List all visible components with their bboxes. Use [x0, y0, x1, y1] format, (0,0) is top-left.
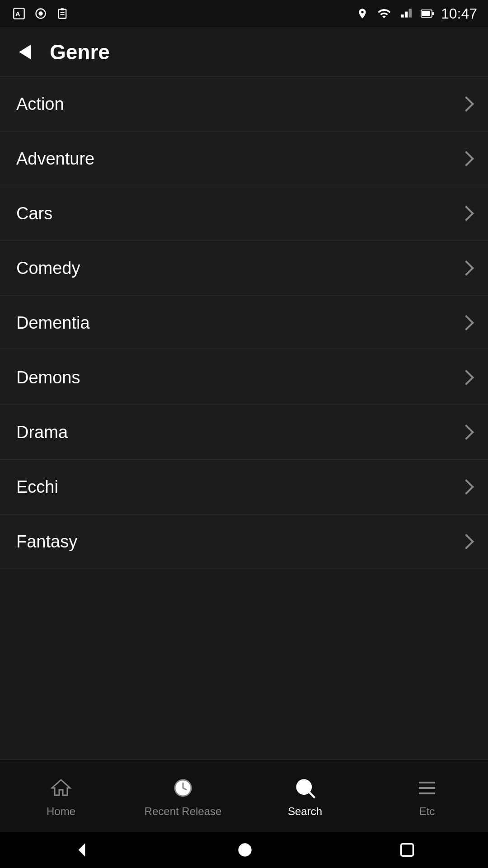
svg-text:A: A	[15, 10, 20, 18]
genre-label-fantasy: Fantasy	[16, 532, 77, 552]
svg-marker-9	[405, 12, 408, 18]
nav-label-etc: Etc	[419, 805, 435, 818]
etc-icon	[413, 774, 441, 802]
chevron-right-icon	[459, 96, 474, 112]
genre-item-ecchi[interactable]: Ecchi	[0, 460, 488, 514]
chevron-right-icon	[459, 534, 474, 549]
nav-item-home[interactable]: Home	[0, 774, 122, 818]
record-icon	[33, 5, 49, 22]
genre-label-comedy: Comedy	[16, 259, 80, 278]
chevron-right-icon	[459, 260, 474, 276]
battery-icon	[419, 5, 436, 22]
notification-a-icon: A	[11, 5, 27, 22]
chevron-right-icon	[459, 315, 474, 330]
svg-point-15	[297, 780, 311, 793]
svg-marker-10	[408, 9, 412, 17]
genre-item-fantasy[interactable]: Fantasy	[0, 514, 488, 569]
system-nav-bar	[0, 832, 488, 868]
chevron-right-icon	[459, 206, 474, 221]
status-bar: A	[0, 0, 488, 27]
genre-item-adventure[interactable]: Adventure	[0, 132, 488, 186]
chevron-right-icon	[459, 479, 474, 495]
wifi-icon	[376, 5, 392, 22]
home-system-button[interactable]	[235, 840, 255, 860]
svg-rect-22	[401, 844, 413, 856]
genre-label-cars: Cars	[16, 204, 52, 223]
bottom-nav: Home Recent Release Search Etc	[0, 760, 488, 832]
chevron-right-icon	[459, 370, 474, 385]
genre-item-comedy[interactable]: Comedy	[0, 241, 488, 296]
nav-item-recent[interactable]: Recent Release	[122, 774, 244, 818]
genre-label-adventure: Adventure	[16, 149, 94, 169]
nav-label-recent: Recent Release	[145, 805, 222, 818]
status-bar-left: A	[11, 5, 70, 22]
svg-marker-8	[401, 14, 404, 17]
back-system-button[interactable]	[72, 840, 92, 860]
genre-item-drama[interactable]: Drama	[0, 405, 488, 460]
genre-label-demons: Demons	[16, 368, 80, 387]
genre-item-cars[interactable]: Cars	[0, 186, 488, 241]
genre-label-dementia: Dementia	[16, 313, 90, 333]
page-title: Genre	[50, 40, 110, 64]
svg-line-16	[310, 792, 315, 797]
nav-label-search: Search	[288, 805, 322, 818]
nav-item-etc[interactable]: Etc	[366, 774, 488, 818]
signal-icon	[398, 5, 414, 22]
svg-rect-12	[432, 12, 434, 15]
chevron-right-icon	[459, 151, 474, 166]
svg-rect-4	[59, 9, 66, 19]
svg-rect-5	[61, 8, 64, 10]
clipboard-icon	[54, 5, 70, 22]
genre-list: ActionAdventureCarsComedyDementiaDemonsD…	[0, 77, 488, 760]
back-arrow-icon	[19, 45, 31, 59]
nav-item-search[interactable]: Search	[244, 774, 366, 818]
genre-label-ecchi: Ecchi	[16, 477, 58, 497]
home-icon	[47, 774, 75, 802]
genre-item-demons[interactable]: Demons	[0, 350, 488, 405]
genre-item-action[interactable]: Action	[0, 77, 488, 132]
location-icon	[354, 5, 371, 22]
recents-system-button[interactable]	[398, 841, 416, 859]
header: Genre	[0, 27, 488, 77]
search-icon	[291, 774, 319, 802]
status-bar-right: 10:47	[354, 5, 477, 22]
status-time: 10:47	[441, 5, 477, 22]
svg-marker-20	[78, 843, 85, 856]
recent-release-icon	[169, 774, 197, 802]
svg-point-21	[238, 843, 251, 856]
back-button[interactable]	[14, 41, 36, 63]
svg-rect-13	[422, 11, 430, 16]
chevron-right-icon	[459, 425, 474, 440]
genre-label-drama: Drama	[16, 423, 68, 442]
genre-label-action: Action	[16, 94, 64, 114]
nav-label-home: Home	[47, 805, 75, 818]
svg-point-3	[38, 11, 42, 15]
genre-item-dementia[interactable]: Dementia	[0, 296, 488, 350]
